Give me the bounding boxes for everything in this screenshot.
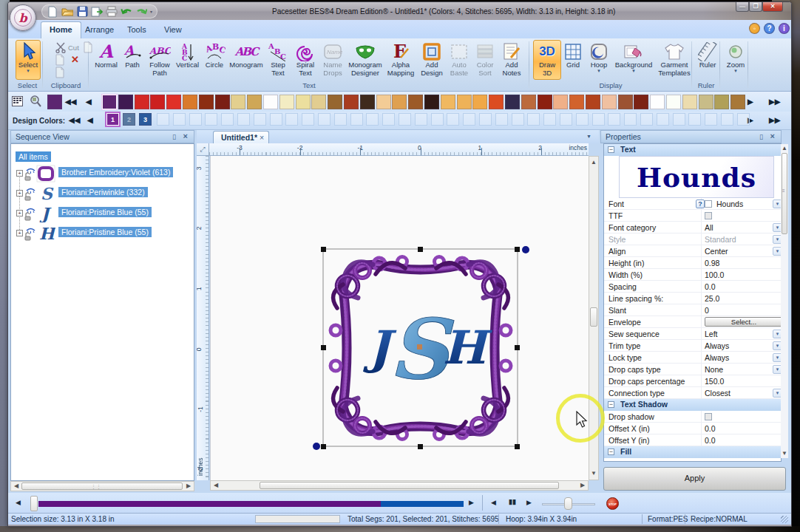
stop-button[interactable]: STOP bbox=[606, 497, 619, 510]
palette-swatch-40[interactable] bbox=[730, 95, 745, 109]
duplicate-icon[interactable] bbox=[55, 66, 65, 81]
lock-icon[interactable] bbox=[24, 231, 33, 244]
collapse-icon[interactable]: − bbox=[608, 449, 614, 455]
palette-swatch-32[interactable] bbox=[602, 95, 617, 109]
sequence-h-scrollbar[interactable]: ◀ ▶ ⋮⋮ bbox=[10, 481, 194, 491]
key-help-icon[interactable]: ◦ bbox=[749, 23, 760, 34]
expand-icon[interactable]: + bbox=[16, 190, 23, 197]
palette-swatch-20[interactable] bbox=[408, 95, 423, 109]
question-help-icon[interactable]: ? bbox=[764, 23, 775, 34]
path-button[interactable]: APath bbox=[120, 40, 145, 80]
stitch-bar-left-arrow[interactable]: ◀ bbox=[16, 499, 21, 506]
palette-swatch-5[interactable] bbox=[166, 95, 181, 109]
draw-3d-button[interactable]: 3DDraw 3D bbox=[533, 40, 561, 80]
export-icon[interactable] bbox=[91, 6, 103, 18]
palette-swatch-13[interactable] bbox=[296, 95, 311, 109]
normal-button[interactable]: ANormal bbox=[92, 40, 120, 80]
undo-icon[interactable] bbox=[121, 6, 132, 18]
sequence-item[interactable]: +HFloriani:Pristine Blue (55) bbox=[14, 224, 191, 244]
palette-swatch-30[interactable] bbox=[569, 95, 584, 109]
circle-button[interactable]: ABCCircle bbox=[200, 40, 228, 80]
follow-path-button[interactable]: ABCFollow Path bbox=[145, 40, 174, 80]
ribbon-tab-home[interactable]: Home bbox=[41, 21, 81, 38]
palette-swatch-31[interactable] bbox=[586, 95, 600, 109]
ruler-corner-icon[interactable]: ⤢ bbox=[197, 143, 209, 156]
design-color-1[interactable]: 1 bbox=[106, 113, 119, 126]
palette-swatch-18[interactable] bbox=[376, 95, 391, 109]
palette-swatch-29[interactable] bbox=[553, 95, 568, 109]
palette-prev-arrow[interactable]: ◀ bbox=[86, 98, 92, 106]
envelope-select-button[interactable]: Select... bbox=[705, 317, 783, 327]
rotate-handle-top[interactable] bbox=[522, 246, 529, 253]
palette-swatch-27[interactable] bbox=[521, 95, 536, 109]
new-icon[interactable] bbox=[47, 6, 58, 18]
palette-swatch-36[interactable] bbox=[666, 95, 681, 109]
palette-search-icon[interactable] bbox=[30, 95, 42, 111]
checkbox[interactable] bbox=[705, 413, 712, 420]
delete-icon[interactable]: ✕ bbox=[71, 54, 79, 65]
collapse-icon[interactable]: − bbox=[608, 146, 614, 153]
hoop-button[interactable]: Hoop▼ bbox=[585, 40, 613, 80]
palette-swatch-11[interactable] bbox=[263, 95, 278, 109]
properties-pin-icon[interactable]: ▯ bbox=[759, 133, 763, 140]
stitch-slider-thumb[interactable] bbox=[30, 496, 38, 511]
lock-icon[interactable] bbox=[24, 191, 33, 204]
add-notes-button[interactable]: Add Notes bbox=[498, 40, 526, 80]
palette-swatch-2[interactable] bbox=[118, 95, 133, 109]
info-help-icon[interactable]: i bbox=[779, 23, 790, 34]
canvas-h-scrollbar[interactable]: ◀ ▶ bbox=[210, 480, 589, 491]
play-forward-icon[interactable]: ▶ bbox=[526, 499, 532, 506]
checkbox[interactable] bbox=[705, 212, 712, 219]
background-button[interactable]: Background▼ bbox=[613, 40, 654, 80]
sequence-close-icon[interactable]: × bbox=[183, 132, 188, 140]
palette-swatch-25[interactable] bbox=[489, 95, 504, 109]
expand-icon[interactable]: + bbox=[16, 210, 23, 216]
step-text-button[interactable]: ABCStep Text bbox=[264, 40, 292, 80]
palette-swatch-10[interactable] bbox=[247, 95, 262, 109]
palette-swatch-9[interactable] bbox=[231, 95, 245, 109]
palette-swatch-6[interactable] bbox=[183, 95, 197, 109]
sequence-item[interactable]: +Brother Embroidery:Violet (613) bbox=[14, 164, 191, 184]
sequence-item[interactable]: +SFloriani:Periwinkle (332) bbox=[14, 184, 191, 204]
monogram-designer-button[interactable]: Monogram Designer bbox=[347, 40, 384, 80]
palette-swatch-19[interactable] bbox=[392, 95, 407, 109]
apply-button[interactable]: Apply bbox=[603, 467, 786, 491]
pause-icon[interactable]: ▮▮ bbox=[509, 498, 516, 505]
palette-swatch-21[interactable] bbox=[424, 95, 439, 109]
grid-button[interactable]: Grid bbox=[561, 40, 585, 80]
palette-swatch-35[interactable] bbox=[650, 95, 665, 109]
properties-close-icon[interactable]: × bbox=[770, 132, 775, 140]
collapse-icon[interactable]: − bbox=[608, 401, 614, 408]
select-button[interactable]: Select▼ bbox=[16, 40, 41, 80]
lock-icon[interactable] bbox=[24, 171, 33, 184]
palette-swatch-4[interactable] bbox=[150, 95, 165, 109]
palette-swatch-17[interactable] bbox=[360, 95, 375, 109]
pin-icon[interactable]: ▯ bbox=[172, 133, 176, 140]
zoom-button[interactable]: Zoom▼ bbox=[724, 40, 748, 80]
open-icon[interactable] bbox=[61, 6, 73, 18]
palette-next-arrow[interactable]: ▶ bbox=[748, 98, 753, 106]
palette-swatch-16[interactable] bbox=[344, 95, 359, 109]
save-icon[interactable] bbox=[76, 6, 88, 18]
maximize-button[interactable]: ❐ bbox=[749, 2, 762, 12]
design-last-arrow[interactable]: ▶▶ bbox=[769, 116, 780, 124]
ruler-button[interactable]: Ruler bbox=[696, 40, 719, 80]
palette-swatch-15[interactable] bbox=[328, 95, 342, 109]
lock-icon[interactable] bbox=[24, 211, 33, 224]
minimize-button[interactable]: — bbox=[736, 2, 749, 12]
palette-swatch-1[interactable] bbox=[102, 95, 117, 109]
rotate-handle-bottom[interactable] bbox=[313, 443, 320, 450]
expand-icon[interactable]: + bbox=[16, 170, 23, 177]
properties-scrollbar[interactable]: ▲ ≡ ▼ bbox=[781, 144, 788, 458]
spiral-text-button[interactable]: Spiral Text bbox=[292, 40, 319, 80]
vertical-button[interactable]: ABCVertical bbox=[174, 40, 200, 80]
palette-swatch-14[interactable] bbox=[311, 95, 326, 109]
design-prev-arrow[interactable]: ◀ bbox=[87, 116, 93, 124]
document-list-dropdown-icon[interactable]: ▼ bbox=[586, 134, 591, 139]
monogram-button[interactable]: ABCMonogram bbox=[228, 40, 264, 80]
palette-swatch-28[interactable] bbox=[538, 95, 552, 109]
app-menu-button[interactable]: b bbox=[10, 4, 36, 31]
palette-swatch-37[interactable] bbox=[682, 95, 697, 109]
qat-dropdown-icon[interactable]: ▾ bbox=[150, 9, 152, 14]
name-drops-button[interactable]: NameName Drops bbox=[319, 40, 347, 80]
